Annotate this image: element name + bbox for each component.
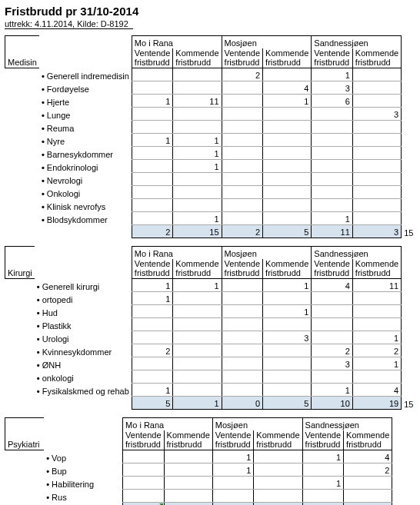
cell [164, 477, 212, 490]
subtotal-cell: 5 [263, 225, 312, 238]
table-row: Nyre11 [5, 134, 416, 147]
cell [212, 477, 254, 490]
cell: 1 [312, 68, 353, 81]
col-ventende: Ventendefristbrudd [312, 48, 353, 68]
cell [263, 173, 312, 186]
cell: 6 [312, 95, 353, 108]
row-label: Plastikk [35, 318, 132, 331]
cell: 1 [132, 384, 173, 397]
cell [173, 370, 222, 384]
cell: 1 [212, 463, 254, 477]
cell [312, 370, 353, 384]
cell: 1 [263, 305, 312, 318]
row-label: Bup [44, 463, 122, 477]
page-subtitle: uttrekk: 4.11.2014, Kilde: D-8192 [5, 19, 133, 29]
cell [222, 108, 263, 121]
cell [352, 173, 401, 186]
cell [302, 463, 344, 477]
cell [263, 344, 312, 357]
cell: 1 [212, 450, 254, 463]
col-ventende: Ventendefristbrudd [132, 48, 173, 68]
cell: 1 [312, 212, 353, 225]
cell [173, 344, 222, 357]
cell [132, 186, 173, 199]
row-label: ØNH [35, 357, 132, 370]
subtotal-cell: 11 [312, 225, 353, 238]
region-header: Mosjøen [222, 247, 312, 260]
cell [352, 370, 401, 384]
cell [164, 490, 212, 503]
cell [132, 108, 173, 121]
row-label: Urologi [35, 331, 132, 344]
cell: 1 [312, 384, 353, 397]
cell [222, 292, 263, 305]
region-header: Mo i Rana [132, 36, 222, 49]
row-label: Generell indremedisin [39, 68, 132, 81]
cell [222, 279, 263, 292]
col-kommende: Kommendefristbrudd [173, 259, 222, 279]
row-label: Reuma [39, 121, 132, 134]
cell: 2 [222, 68, 263, 81]
cell [352, 160, 401, 173]
cell [132, 147, 173, 160]
cell [263, 384, 312, 397]
row-label: onkologi [35, 370, 132, 384]
subtotal-cell: 3 [352, 225, 401, 238]
cell [173, 121, 222, 134]
cell [263, 134, 312, 147]
cell [263, 357, 312, 370]
cell [173, 68, 222, 81]
subtotal-cell: 5 [263, 397, 312, 410]
subtotal-outside: 15 [402, 225, 416, 238]
cell [173, 384, 222, 397]
section-psykiatri: Mo i RanaMosjøenSandnessjøenPsykiatriVen… [5, 417, 415, 505]
section-kirurgi: Mo i RanaMosjøenSandnessjøenKirurgiVente… [5, 246, 416, 410]
table-row: Fordøyelse43 [5, 81, 416, 95]
region-header: Sandnessjøen [312, 247, 402, 260]
cell [312, 147, 353, 160]
cell [123, 490, 165, 503]
row-label: Lunge [39, 108, 132, 121]
col-kommende: Kommendefristbrudd [263, 48, 312, 68]
cell: 4 [352, 384, 401, 397]
cell [164, 450, 212, 463]
cell [164, 463, 212, 477]
cell [254, 463, 302, 477]
section-label: Medisin [5, 48, 39, 68]
cell: 2 [344, 463, 392, 477]
cell [222, 384, 263, 397]
cell [222, 95, 263, 108]
table-row: Reuma [5, 121, 416, 134]
row-label: Nevrologi [39, 173, 132, 186]
cell [222, 173, 263, 186]
cell [263, 121, 312, 134]
cell [173, 292, 222, 305]
cell [312, 121, 353, 134]
table-row: Endokrinologi1 [5, 160, 416, 173]
cell [254, 477, 302, 490]
table-row: Fysikalskmed og rehab114 [5, 384, 416, 397]
cell: 1 [132, 95, 173, 108]
cell [352, 199, 401, 212]
subtotal-cell: 19 [352, 397, 401, 410]
cell: 3 [352, 108, 401, 121]
row-label: Endokrinologi [39, 160, 132, 173]
subtotal-cell: 2 [222, 225, 263, 238]
cell [312, 318, 353, 331]
cell [263, 68, 312, 81]
cell: 1 [173, 160, 222, 173]
row-label: Rus [44, 490, 122, 503]
cell [352, 134, 401, 147]
table-row: Hjerte11116 [5, 95, 416, 108]
cell [173, 108, 222, 121]
table-row: Blodsykdommer11 [5, 212, 416, 225]
cell: 2 [132, 344, 173, 357]
cell [312, 186, 353, 199]
cell [352, 186, 401, 199]
table-row: Generell indremedisin21 [5, 68, 416, 81]
row-label: Kvinnesykdommer [35, 344, 132, 357]
cell [302, 490, 344, 503]
cell [173, 173, 222, 186]
table-row: onkologi [5, 370, 416, 384]
table-row: Bup12 [5, 463, 415, 477]
